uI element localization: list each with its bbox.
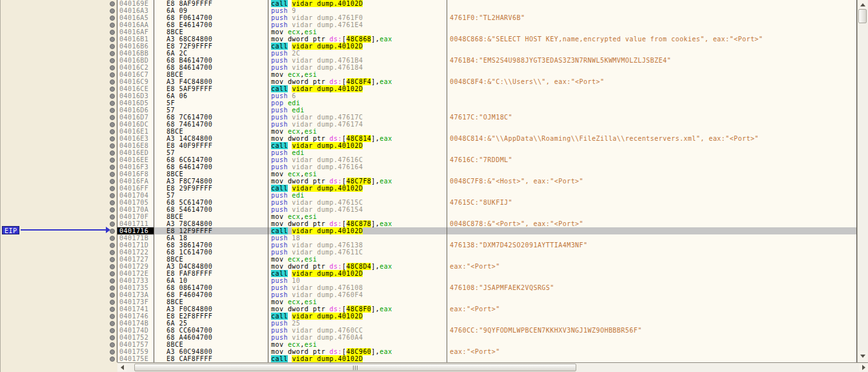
vertical-scroll-thumb[interactable] — [858, 9, 867, 23]
disasm-row[interactable]: 04016E3A3 14C84800mov dword ptr ds:[48C8… — [1, 135, 857, 142]
disasm-row[interactable]: 04016D55Fpop edi — [1, 99, 857, 107]
disasm-row[interactable]: 040170A68 54614700push vidar_dump.476154 — [1, 206, 857, 213]
address-cell[interactable]: 0401759 — [117, 348, 154, 355]
address-cell[interactable]: 04016AA — [117, 21, 154, 28]
disasm-row[interactable]: 0401759A3 60C94800mov dword ptr ds:[48C9… — [1, 348, 857, 355]
disasm-row[interactable]: 040172268 1C614700push vidar_dump.47611C — [1, 249, 857, 256]
instruction-cell[interactable]: call vidar_dump.40102D — [268, 85, 447, 92]
address-cell[interactable]: 040173F — [117, 298, 154, 305]
comment-cell[interactable] — [447, 313, 857, 320]
instruction-cell[interactable]: push 25 — [268, 320, 447, 327]
horizontal-scrollbar[interactable] — [117, 362, 868, 372]
comment-cell[interactable] — [447, 71, 857, 78]
comment-cell[interactable] — [447, 170, 857, 178]
address-cell[interactable]: 04016EE — [117, 156, 154, 163]
comment-cell[interactable] — [447, 206, 857, 213]
address-cell[interactable]: 04016B6 — [117, 43, 154, 50]
breakpoint-dot-icon[interactable] — [110, 51, 115, 56]
breakpoint-dot-icon[interactable] — [110, 214, 115, 220]
instruction-cell[interactable]: mov ecx,esi — [268, 28, 447, 36]
bytes-cell[interactable]: A3 60C94800 — [154, 348, 268, 355]
comment-cell[interactable]: 4760CC:"9QYFODMLWPBCEN7KKHXV3NGJ1WZ9OHBB… — [447, 327, 857, 334]
bytes-cell[interactable]: 68 08614700 — [154, 284, 268, 291]
disasm-row[interactable]: 0401716E8 12F9FFFFcall vidar_dump.40102D — [1, 227, 857, 234]
bytes-cell[interactable]: 68 CC604700 — [154, 327, 268, 334]
disasm-row[interactable]: 040171B6A 18push 18 — [1, 234, 857, 242]
disasm-row[interactable]: 04016A568 F0614700push vidar_dump.4761F0… — [1, 14, 857, 21]
bytes-cell[interactable]: 5F — [154, 99, 268, 107]
breakpoint-dot-icon[interactable] — [110, 37, 115, 42]
breakpoint-dot-icon[interactable] — [110, 314, 115, 319]
disasm-row[interactable]: 04016A36A 09push 9 — [1, 7, 857, 14]
instruction-cell[interactable]: mov dword ptr ds:[48C878],eax — [268, 220, 447, 227]
comment-cell[interactable] — [447, 85, 857, 92]
bytes-cell[interactable]: 68 38614700 — [154, 242, 268, 249]
instruction-cell[interactable]: push vidar_dump.4760A4 — [268, 334, 447, 341]
bytes-cell[interactable]: E8 E2F8FFFF — [154, 313, 268, 320]
address-cell[interactable]: 040174D — [117, 327, 154, 334]
disasm-row[interactable]: 040174D68 CC604700push vidar_dump.4760CC… — [1, 327, 857, 334]
address-cell[interactable]: 040171D — [117, 242, 154, 249]
comment-cell[interactable]: 476138:"DXM7D42SO2091AYTTIA4M3NF" — [447, 242, 857, 249]
breakpoint-dot-icon[interactable] — [110, 236, 115, 241]
comment-cell[interactable] — [447, 227, 857, 234]
breakpoint-dot-icon[interactable] — [110, 207, 115, 212]
instruction-cell[interactable]: call vidar_dump.40102D — [268, 355, 447, 362]
comment-cell[interactable] — [447, 234, 857, 242]
vertical-scrollbar[interactable] — [857, 0, 868, 372]
address-cell[interactable]: 04016D6 — [117, 107, 154, 114]
bytes-cell[interactable]: 68 54614700 — [154, 206, 268, 213]
instruction-cell[interactable]: push vidar_dump.47615C — [268, 199, 447, 206]
breakpoint-dot-icon[interactable] — [110, 335, 115, 340]
address-cell[interactable]: 04016D7 — [117, 114, 154, 121]
address-cell[interactable]: 04016E8 — [117, 142, 154, 149]
instruction-cell[interactable]: push vidar_dump.476184 — [268, 64, 447, 71]
address-cell[interactable]: 04016C7 — [117, 71, 154, 78]
comment-cell[interactable] — [447, 121, 857, 128]
instruction-cell[interactable]: mov ecx,esi — [268, 298, 447, 305]
disasm-row[interactable]: 04016AA68 E4614700push vidar_dump.4761E4 — [1, 21, 857, 28]
address-cell[interactable]: 0401735 — [117, 284, 154, 291]
disasm-row[interactable]: 040169EE8 8AF9FFFFcall vidar_dump.40102D — [1, 0, 857, 7]
disasm-row[interactable]: 040170F8BCEmov ecx,esi — [1, 213, 857, 220]
disasm-row[interactable]: 04016AF8BCEmov ecx,esi — [1, 28, 857, 36]
bytes-cell[interactable]: 8BCE — [154, 256, 268, 263]
instruction-cell[interactable]: push vidar_dump.47611C — [268, 249, 447, 256]
bytes-cell[interactable]: A3 68C84800 — [154, 36, 268, 43]
breakpoint-dot-icon[interactable] — [110, 250, 115, 255]
disasm-row[interactable]: 04016EE68 6C614700push vidar_dump.47616C… — [1, 156, 857, 163]
instruction-cell[interactable]: push 10 — [268, 277, 447, 284]
instruction-cell[interactable]: call vidar_dump.40102D — [268, 313, 447, 320]
bytes-cell[interactable]: 57 — [154, 149, 268, 156]
comment-cell[interactable] — [447, 355, 857, 362]
comment-cell[interactable] — [447, 341, 857, 348]
address-cell[interactable]: 04016A5 — [117, 14, 154, 21]
instruction-cell[interactable]: call vidar_dump.40102D — [268, 142, 447, 149]
address-cell[interactable]: 04016DC — [117, 121, 154, 128]
breakpoint-dot-icon[interactable] — [110, 1, 115, 6]
bytes-cell[interactable]: E8 CAF8FFFF — [154, 355, 268, 362]
comment-cell[interactable] — [447, 21, 857, 28]
comment-cell[interactable] — [447, 28, 857, 36]
disasm-row[interactable]: 0401741A3 F0C84800mov dword ptr ds:[48C8… — [1, 305, 857, 313]
comment-cell[interactable] — [447, 256, 857, 263]
comment-cell[interactable] — [447, 277, 857, 284]
comment-cell[interactable] — [447, 7, 857, 14]
comment-cell[interactable] — [447, 99, 857, 107]
breakpoint-dot-icon[interactable] — [110, 285, 115, 291]
bytes-cell[interactable]: 68 64614700 — [154, 163, 268, 170]
breakpoint-dot-icon[interactable] — [110, 129, 115, 134]
address-cell[interactable]: 04016ED — [117, 149, 154, 156]
disasm-row[interactable]: 040170457push edi — [1, 192, 857, 199]
comment-cell[interactable]: eax:"<Port>" — [447, 263, 857, 270]
comment-cell[interactable]: eax:"<Port>" — [447, 305, 857, 313]
instruction-cell[interactable]: push vidar_dump.47617C — [268, 114, 447, 121]
instruction-cell[interactable]: push vidar_dump.4761B4 — [268, 57, 447, 64]
breakpoint-dot-icon[interactable] — [110, 172, 115, 177]
disasm-row[interactable]: 04016C78BCEmov ecx,esi — [1, 71, 857, 78]
address-cell[interactable]: 0401705 — [117, 199, 154, 206]
comment-cell[interactable]: 4761F0:"TL2HARV6B" — [447, 14, 857, 21]
breakpoint-dot-icon[interactable] — [110, 165, 115, 170]
instruction-cell[interactable]: mov ecx,esi — [268, 341, 447, 348]
breakpoint-dot-icon[interactable] — [110, 115, 115, 120]
